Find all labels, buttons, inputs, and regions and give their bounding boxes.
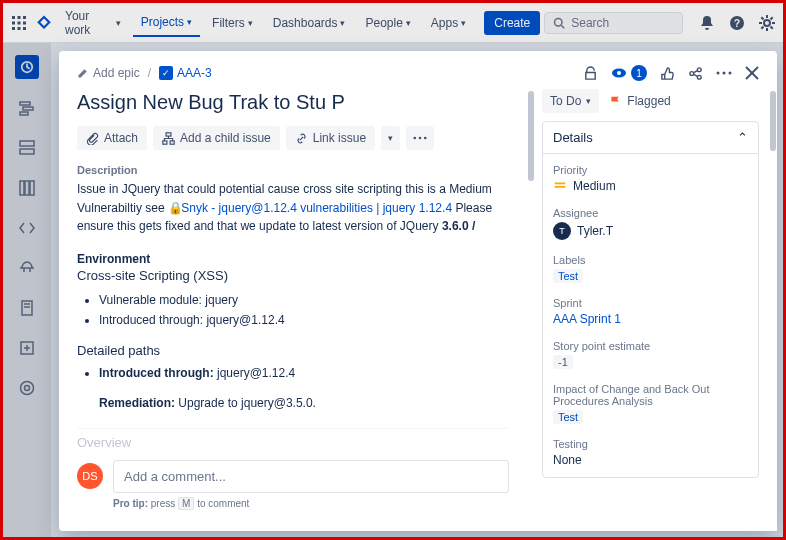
field-assignee[interactable]: Assignee TTyler.T	[553, 207, 748, 240]
share-icon[interactable]	[688, 66, 703, 81]
issue-toolbar: Attach Add a child issue Link issue ▾	[77, 126, 509, 150]
app-switcher-icon[interactable]	[11, 15, 27, 31]
description-label: Description	[77, 164, 509, 176]
svg-point-56	[424, 137, 427, 140]
svg-rect-8	[23, 27, 26, 30]
flagged-indicator[interactable]: Flagged	[609, 94, 670, 108]
chevron-down-icon: ▾	[187, 17, 192, 27]
list-item: Introduced through: jquery@1.12.4	[99, 366, 509, 380]
svg-point-47	[723, 72, 726, 75]
breadcrumb: Add epic / ✓ AAA-3	[77, 66, 212, 80]
comment-row: DS Add a comment...	[77, 460, 509, 493]
status-dropdown[interactable]: To Do▾	[542, 89, 599, 113]
overview-label: Overview	[77, 428, 509, 450]
details-sidebar: To Do▾ Flagged Details ⌃ Priority Medium	[535, 85, 769, 531]
link-dropdown-button[interactable]: ▾	[381, 126, 400, 150]
lock-small-icon: 🔒	[168, 199, 178, 218]
environment-list: Vulnerable module: jquery Introduced thr…	[77, 293, 509, 327]
nav-dashboards[interactable]: Dashboards▾	[265, 10, 354, 36]
search-icon	[553, 17, 565, 29]
chevron-down-icon: ▾	[116, 18, 121, 28]
chevron-up-icon: ⌃	[737, 130, 748, 145]
issue-content: Assign New Bug Trak to Stu P Attach Add …	[59, 85, 527, 531]
jira-logo-icon[interactable]	[35, 14, 53, 32]
nav-projects[interactable]: Projects▾	[133, 9, 200, 37]
link-issue-button[interactable]: Link issue	[286, 126, 375, 150]
environment-title: Cross-site Scripting (XSS)	[77, 268, 509, 283]
svg-point-43	[697, 75, 701, 79]
detailed-paths-label: Detailed paths	[77, 343, 509, 358]
svg-point-9	[555, 18, 563, 26]
svg-line-18	[761, 17, 763, 19]
add-child-button[interactable]: Add a child issue	[153, 126, 280, 150]
svg-line-20	[761, 26, 763, 28]
search-input[interactable]: Search	[544, 12, 683, 34]
svg-point-40	[617, 71, 621, 75]
details-toggle[interactable]: Details ⌃	[543, 122, 758, 154]
svg-rect-4	[18, 21, 21, 24]
field-labels[interactable]: Labels Test	[553, 254, 748, 283]
comment-protip: Pro tip: press M to comment	[113, 498, 509, 509]
svg-point-42	[697, 67, 701, 71]
nav-people[interactable]: People▾	[357, 10, 418, 36]
field-story-points[interactable]: Story point estimate -1	[553, 340, 748, 369]
vulnerability-link[interactable]: Snyk - jquery@1.12.4 vulnerabilities | j…	[181, 201, 452, 215]
notifications-icon[interactable]	[699, 15, 715, 31]
svg-line-10	[562, 25, 565, 28]
priority-medium-icon	[553, 179, 567, 193]
svg-rect-1	[18, 16, 21, 19]
svg-rect-2	[23, 16, 26, 19]
svg-rect-0	[12, 16, 15, 19]
add-epic-link[interactable]: Add epic	[77, 66, 140, 80]
issue-key-link[interactable]: ✓ AAA-3	[159, 66, 212, 80]
create-button[interactable]: Create	[484, 11, 540, 35]
svg-point-48	[729, 72, 732, 75]
issue-title[interactable]: Assign New Bug Trak to Stu P	[77, 91, 509, 114]
description-body[interactable]: Issue in JQuery that could potential cau…	[77, 180, 509, 236]
more-toolbar-button[interactable]	[406, 126, 434, 150]
scrollbar[interactable]	[769, 85, 777, 531]
svg-rect-7	[18, 27, 21, 30]
vote-icon[interactable]	[660, 66, 675, 81]
field-priority[interactable]: Priority Medium	[553, 164, 748, 193]
svg-point-54	[414, 137, 417, 140]
nav-apps[interactable]: Apps▾	[423, 10, 474, 36]
svg-text:?: ?	[734, 18, 740, 29]
svg-line-21	[771, 17, 773, 19]
svg-line-44	[694, 70, 698, 72]
field-impact[interactable]: Impact of Change and Back Out Procedures…	[553, 383, 748, 424]
close-icon[interactable]	[745, 66, 759, 80]
field-sprint[interactable]: Sprint AAA Sprint 1	[553, 297, 748, 326]
more-actions-icon[interactable]	[716, 71, 732, 75]
comment-input[interactable]: Add a comment...	[113, 460, 509, 493]
field-testing[interactable]: Testing None	[553, 438, 748, 467]
scrollbar[interactable]	[527, 85, 535, 531]
task-type-icon: ✓	[159, 66, 173, 80]
svg-line-19	[771, 26, 773, 28]
svg-rect-57	[555, 183, 566, 185]
svg-rect-58	[555, 186, 566, 188]
nav-filters[interactable]: Filters▾	[204, 10, 261, 36]
chevron-down-icon: ▾	[248, 18, 253, 28]
top-nav: Your work▾ Projects▾ Filters▾ Dashboards…	[3, 3, 783, 43]
svg-rect-6	[12, 27, 15, 30]
chevron-down-icon: ▾	[340, 18, 345, 28]
svg-point-46	[717, 72, 720, 75]
avatar: DS	[77, 463, 103, 489]
svg-point-55	[419, 137, 422, 140]
svg-rect-3	[12, 21, 15, 24]
help-icon[interactable]: ?	[729, 15, 745, 31]
settings-icon[interactable]	[759, 15, 775, 31]
list-item: Introduced through: jquery@1.12.4	[99, 313, 509, 327]
details-panel: Details ⌃ Priority Medium Assignee TTyle…	[542, 121, 759, 478]
svg-point-41	[690, 71, 694, 75]
chevron-down-icon: ▾	[388, 133, 393, 143]
watch-button[interactable]: 1	[611, 65, 647, 81]
svg-rect-5	[23, 21, 26, 24]
svg-line-45	[694, 74, 698, 76]
lock-icon[interactable]	[583, 66, 598, 81]
nav-your-work[interactable]: Your work▾	[57, 3, 129, 43]
chevron-down-icon: ▾	[586, 96, 591, 106]
attach-button[interactable]: Attach	[77, 126, 147, 150]
environment-label: Environment	[77, 252, 509, 266]
